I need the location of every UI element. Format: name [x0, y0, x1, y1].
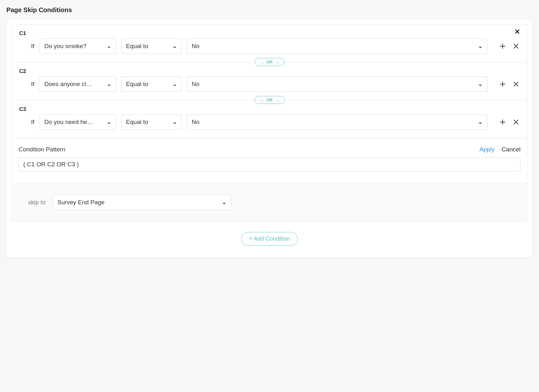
cancel-button[interactable]: Cancel: [502, 146, 521, 153]
skip-to-select[interactable]: Survey End Page: [53, 195, 231, 210]
add-row-button[interactable]: [499, 42, 506, 50]
chevron-down-icon: [478, 120, 483, 124]
value-select[interactable]: No: [187, 76, 487, 92]
operator-select[interactable]: Equal to: [121, 76, 182, 92]
operator-select-value: Equal to: [126, 119, 148, 126]
remove-row-button[interactable]: [512, 80, 520, 88]
chevron-down-icon: [107, 120, 111, 124]
operator-select-value: Equal to: [126, 81, 148, 88]
if-label: If: [28, 119, 34, 126]
chevron-down-icon: [173, 120, 177, 124]
condition-row: If Does anyone cl… Equal to No: [19, 76, 520, 92]
question-select[interactable]: Do you smoke?: [40, 39, 116, 54]
chevron-down-icon: [478, 44, 483, 48]
condition-block-c2: C2 If Does anyone cl… Equal to No: [12, 62, 527, 100]
condition-id-label: C2: [19, 68, 520, 75]
condition-block-c3: C3 If Do you need he… Equal to No: [12, 100, 527, 138]
operator-select-value: Equal to: [126, 43, 148, 50]
remove-row-button[interactable]: [512, 42, 520, 50]
page-title: Page Skip Conditions: [6, 6, 533, 14]
remove-row-button[interactable]: [512, 118, 520, 126]
conditions-panel: C1 If Do you smoke? Equal to No: [6, 19, 533, 258]
condition-row-actions: [499, 80, 520, 88]
add-condition-wrap: + Add Condition: [12, 221, 527, 252]
if-label: If: [28, 81, 34, 88]
chevron-down-icon: [173, 44, 177, 48]
pattern-input[interactable]: [18, 157, 521, 171]
condition-id-label: C3: [19, 106, 520, 113]
add-row-button[interactable]: [499, 80, 506, 88]
value-select-value: No: [192, 43, 199, 50]
skip-to-value: Survey End Page: [57, 199, 105, 206]
if-label: If: [28, 43, 34, 50]
question-select[interactable]: Does anyone cl…: [40, 76, 116, 92]
operator-select[interactable]: Equal to: [121, 39, 182, 54]
add-condition-button[interactable]: + Add Condition: [241, 232, 298, 246]
question-select-value: Do you smoke?: [44, 43, 86, 50]
pattern-header: Condition Pattern Apply Cancel: [18, 146, 521, 153]
chevron-down-icon: [222, 200, 226, 205]
condition-row: If Do you need he… Equal to No: [19, 114, 520, 130]
question-select[interactable]: Do you need he…: [40, 114, 116, 130]
chevron-down-icon: [478, 82, 483, 86]
skip-to-label: skip to: [28, 199, 46, 206]
chevron-down-icon: [107, 44, 111, 48]
condition-row-actions: [499, 118, 520, 126]
value-select[interactable]: No: [187, 39, 487, 54]
apply-button[interactable]: Apply: [479, 146, 495, 153]
question-select-value: Do you need he…: [44, 119, 93, 126]
conditions-box: C1 If Do you smoke? Equal to No: [12, 24, 527, 221]
value-select[interactable]: No: [187, 114, 487, 130]
condition-pattern-section: Condition Pattern Apply Cancel: [12, 138, 527, 184]
question-select-value: Does anyone cl…: [44, 81, 92, 88]
add-row-button[interactable]: [499, 118, 506, 126]
condition-block-c1: C1 If Do you smoke? Equal to No: [12, 25, 527, 62]
operator-select[interactable]: Equal to: [121, 114, 182, 130]
condition-id-label: C1: [19, 30, 520, 37]
chevron-down-icon: [107, 82, 111, 86]
close-all-icon[interactable]: [514, 28, 521, 35]
value-select-value: No: [192, 119, 199, 126]
skip-to-section: skip to Survey End Page: [12, 184, 527, 221]
value-select-value: No: [192, 81, 199, 88]
condition-row: If Do you smoke? Equal to No: [19, 39, 520, 54]
condition-row-actions: [499, 42, 520, 50]
pattern-actions: Apply Cancel: [479, 146, 521, 153]
pattern-title: Condition Pattern: [18, 146, 65, 153]
chevron-down-icon: [173, 82, 177, 86]
